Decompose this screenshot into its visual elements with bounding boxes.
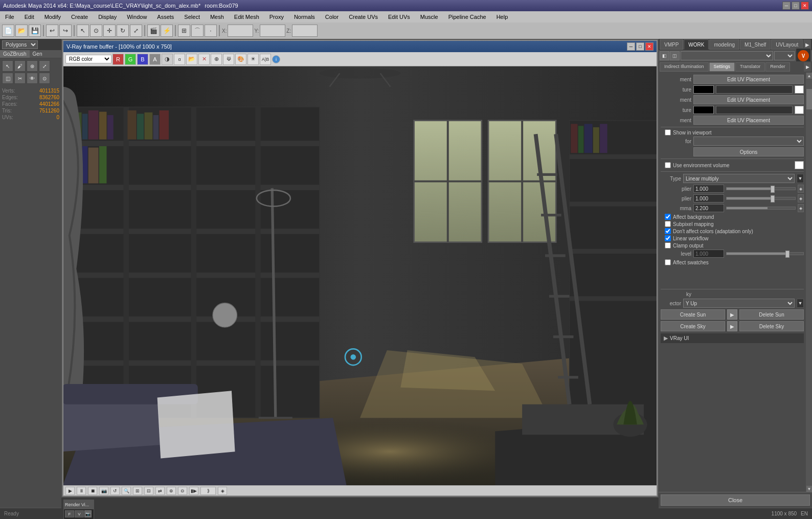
vray-close[interactable]: ✕: [645, 42, 653, 51]
crop-tool[interactable]: ⊕: [211, 54, 222, 65]
tool-transform[interactable]: ⤢: [39, 60, 50, 72]
tool-mask[interactable]: ◫: [2, 73, 13, 84]
direction-arrow[interactable]: ▼: [797, 299, 804, 308]
color-picker[interactable]: 🎨: [235, 54, 246, 65]
status-end[interactable]: ▮▶: [189, 487, 198, 495]
tool-rotate[interactable]: ↻: [117, 25, 129, 37]
status-reset[interactable]: ↺: [110, 487, 120, 495]
texture-field-1[interactable]: [716, 85, 793, 94]
menu-proxy[interactable]: Proxy: [266, 13, 287, 21]
tool-ipr[interactable]: ⚡: [161, 25, 173, 37]
channel-gray[interactable]: ◑: [162, 54, 173, 65]
status-play[interactable]: ▶: [65, 487, 75, 495]
for-select[interactable]: [693, 137, 804, 146]
subpixel-checkbox[interactable]: [665, 221, 671, 227]
menu-create[interactable]: Create: [68, 13, 91, 21]
channel-alpha[interactable]: α: [174, 54, 185, 65]
tool-move-left[interactable]: ↖: [2, 60, 13, 72]
tool-paint[interactable]: 🖌: [14, 60, 26, 72]
close-button[interactable]: Close: [661, 494, 810, 506]
stab-translator[interactable]: Translator: [735, 62, 765, 72]
type-arrow[interactable]: ▼: [797, 174, 804, 183]
compare-ab[interactable]: A|B: [260, 54, 271, 65]
delete-sun-btn[interactable]: Delete Sun: [739, 309, 804, 320]
status-zoom-in[interactable]: ⊕: [167, 487, 176, 495]
tab-gen[interactable]: Gen: [30, 50, 46, 58]
edit-uv-btn-1[interactable]: Edit UV Placement: [693, 75, 804, 84]
multiplier-clamp-2[interactable]: ◈: [798, 194, 804, 202]
menu-color[interactable]: Color: [322, 13, 342, 21]
tool-new[interactable]: 📄: [2, 25, 14, 37]
save-image[interactable]: ✕: [198, 54, 210, 65]
rtab-work[interactable]: WORK: [684, 39, 709, 50]
tool-select[interactable]: ↖: [77, 25, 89, 37]
load-image[interactable]: 📂: [186, 54, 197, 65]
tool-render[interactable]: 🎬: [147, 25, 160, 37]
gamma-clamp[interactable]: ◈: [798, 204, 804, 212]
menu-normals[interactable]: Normals: [291, 13, 318, 21]
scroll-up[interactable]: ▲: [806, 73, 812, 79]
mode-select[interactable]: Polygons: [2, 40, 38, 49]
menu-edit-mesh[interactable]: Edit Mesh: [231, 13, 262, 21]
create-sun-extra-btn[interactable]: ▶: [727, 309, 737, 320]
axis-x-input[interactable]: [228, 25, 253, 37]
menu-muscle[interactable]: Muscle: [417, 13, 441, 21]
status-zoom[interactable]: 🔍: [122, 487, 131, 495]
tool-redo[interactable]: ↪: [59, 25, 72, 37]
gamma-input[interactable]: [693, 204, 724, 212]
gamma-slider[interactable]: [726, 207, 796, 210]
section-arrow[interactable]: ▶: [804, 62, 811, 72]
tool-snap-curve[interactable]: ⌒: [191, 25, 204, 37]
multiplier-input-1[interactable]: [693, 185, 724, 193]
menu-display[interactable]: Display: [95, 13, 120, 21]
scroll-track[interactable]: [806, 79, 812, 486]
channel-r[interactable]: R: [112, 54, 124, 65]
rtab-m1shelf[interactable]: M1_Shelf: [740, 39, 771, 50]
menu-pipeline-cache[interactable]: Pipeline Cache: [445, 13, 489, 21]
vray-ui-section[interactable]: ▶ VRay UI: [661, 333, 804, 343]
tool-snap-grid[interactable]: ⊞: [178, 25, 190, 37]
menu-modify[interactable]: Modify: [41, 13, 64, 21]
env-volume-swatch[interactable]: [795, 161, 804, 169]
status-stop[interactable]: ⏹: [88, 487, 97, 495]
clamp-level-slider[interactable]: [726, 252, 804, 255]
status-arrows[interactable]: ⇄: [155, 487, 165, 495]
tool-lasso[interactable]: ⊙: [90, 25, 102, 37]
channel-all[interactable]: A: [149, 54, 161, 65]
show-viewport-checkbox[interactable]: [665, 129, 671, 136]
rv-btn-file[interactable]: F: [65, 510, 74, 517]
axis-y-input[interactable]: [260, 25, 285, 37]
tool-undo[interactable]: ↩: [46, 25, 58, 37]
vray-maximize[interactable]: □: [636, 42, 644, 51]
channel-b[interactable]: B: [137, 54, 148, 65]
stab-settings[interactable]: Settings: [709, 62, 735, 72]
tab-gozbrush[interactable]: GoZBrush: [0, 50, 30, 58]
tool-move[interactable]: ✛: [103, 25, 116, 37]
menu-edit-uvs[interactable]: Edit UVs: [385, 13, 413, 21]
create-sky-btn[interactable]: Create Sky: [661, 321, 725, 331]
rtab-modeling[interactable]: modeling: [709, 39, 739, 50]
menu-edit[interactable]: Edit: [21, 13, 37, 21]
env-volume-checkbox[interactable]: [665, 162, 671, 168]
scroll-thumb[interactable]: [806, 89, 812, 109]
menu-assets[interactable]: Assets: [154, 13, 177, 21]
tool-view[interactable]: ⊙: [39, 73, 50, 84]
create-sky-extra-btn[interactable]: ▶: [727, 321, 737, 331]
menu-window[interactable]: Window: [124, 13, 150, 21]
multiplier-slider-1[interactable]: [726, 187, 796, 190]
affect-swatches-checkbox[interactable]: [665, 259, 671, 265]
history[interactable]: i: [272, 55, 280, 63]
options-btn[interactable]: Options: [693, 147, 804, 156]
rv-btn-1[interactable]: 📷: [84, 510, 92, 517]
direction-select[interactable]: Y Up: [683, 299, 795, 308]
status-split[interactable]: ⊟: [144, 487, 153, 495]
panel-size-dropdown[interactable]: [774, 51, 795, 60]
exposure[interactable]: ☀: [247, 54, 259, 65]
tool-sculpt[interactable]: ⊛: [27, 60, 38, 72]
edit-uv-btn-2[interactable]: Edit UV Placement: [693, 95, 804, 104]
menu-mesh[interactable]: Mesh: [207, 13, 227, 21]
texture-white-1[interactable]: [795, 85, 804, 94]
type-select[interactable]: Linear multiply: [683, 174, 795, 183]
tool-cut[interactable]: ✂: [14, 73, 26, 84]
vray-minimize[interactable]: ─: [627, 42, 635, 51]
